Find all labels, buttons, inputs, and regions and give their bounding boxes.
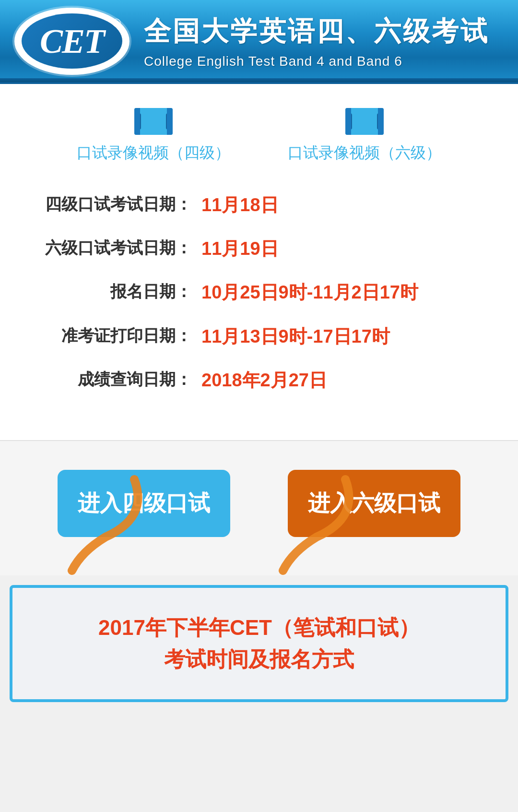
- info-label-admission: 准考证打印日期：: [29, 324, 192, 347]
- info-label-registration: 报名日期：: [29, 280, 192, 303]
- film-hole: [347, 123, 351, 127]
- film-hole: [136, 123, 140, 127]
- video-link-level4[interactable]: 口试录像视频（四级）: [77, 108, 230, 164]
- info-table: 四级口试考试日期： 11月18日 六级口试考试日期： 11月19日 报名日期： …: [29, 192, 489, 393]
- film-hole: [347, 116, 351, 119]
- main-content: 口试录像视频（四级） 口试录像视频（六级） 四级口试考试日期：: [0, 84, 518, 440]
- info-label-level6-date: 六级口试考试日期：: [29, 236, 192, 259]
- film-hole: [378, 116, 382, 119]
- bottom-banner-text: 2017年下半年CET（笔试和口试） 考试时间及报名方式: [32, 612, 486, 675]
- info-row-level6-date: 六级口试考试日期： 11月19日: [29, 236, 489, 262]
- film-icon-level4: [134, 108, 173, 135]
- bottom-banner-line1: 2017年下半年CET（笔试和口试）: [32, 612, 486, 644]
- film-icon-level6: [345, 108, 384, 135]
- cet-oval: CET ®: [14, 8, 130, 75]
- info-value-registration: 10月25日9时-11月2日17时: [201, 280, 489, 305]
- info-value-admission: 11月13日9时-17日17时: [201, 324, 489, 349]
- film-hole: [347, 119, 351, 123]
- info-value-results: 2018年2月27日: [201, 368, 489, 393]
- button-section: 进入四级口试 进入六级口试: [0, 441, 518, 575]
- film-hole: [136, 116, 140, 119]
- film-hole: [167, 119, 171, 123]
- video-links-section: 口试录像视频（四级） 口试录像视频（六级）: [29, 108, 489, 164]
- info-row-registration: 报名日期： 10月25日9时-11月2日17时: [29, 280, 489, 305]
- info-row-level4-date: 四级口试考试日期： 11月18日: [29, 192, 489, 218]
- enter-level6-button[interactable]: 进入六级口试: [288, 470, 460, 537]
- film-hole: [378, 119, 382, 123]
- page-header: CET ® 全国大学英语四、六级考试 College English Test …: [0, 0, 518, 84]
- registered-mark: ®: [112, 16, 121, 30]
- film-hole: [167, 116, 171, 119]
- header-title: 全国大学英语四、六级考试 College English Test Band 4…: [144, 13, 489, 69]
- enter-level4-button[interactable]: 进入四级口试: [58, 470, 230, 537]
- title-english: College English Test Band 4 and Band 6: [144, 54, 489, 69]
- bottom-spacing: [0, 712, 518, 731]
- info-row-admission: 准考证打印日期： 11月13日9时-17日17时: [29, 324, 489, 349]
- cet-logo-text: CET: [40, 24, 104, 59]
- cet-logo: CET ®: [14, 8, 130, 75]
- video-link-level6[interactable]: 口试录像视频（六级）: [288, 108, 441, 164]
- info-label-level4-date: 四级口试考试日期：: [29, 192, 192, 215]
- info-row-results: 成绩查询日期： 2018年2月27日: [29, 368, 489, 393]
- info-value-level6-date: 11月19日: [201, 236, 489, 262]
- bottom-banner-line2: 考试时间及报名方式: [32, 644, 486, 675]
- info-value-level4-date: 11月18日: [201, 192, 489, 218]
- info-label-results: 成绩查询日期：: [29, 368, 192, 391]
- video-link-label-level6: 口试录像视频（六级）: [288, 143, 441, 164]
- bottom-banner[interactable]: 2017年下半年CET（笔试和口试） 考试时间及报名方式: [10, 585, 508, 702]
- film-hole: [378, 123, 382, 127]
- film-hole: [136, 119, 140, 123]
- video-link-label-level4: 口试录像视频（四级）: [77, 143, 230, 164]
- title-chinese: 全国大学英语四、六级考试: [144, 13, 489, 50]
- film-hole: [167, 123, 171, 127]
